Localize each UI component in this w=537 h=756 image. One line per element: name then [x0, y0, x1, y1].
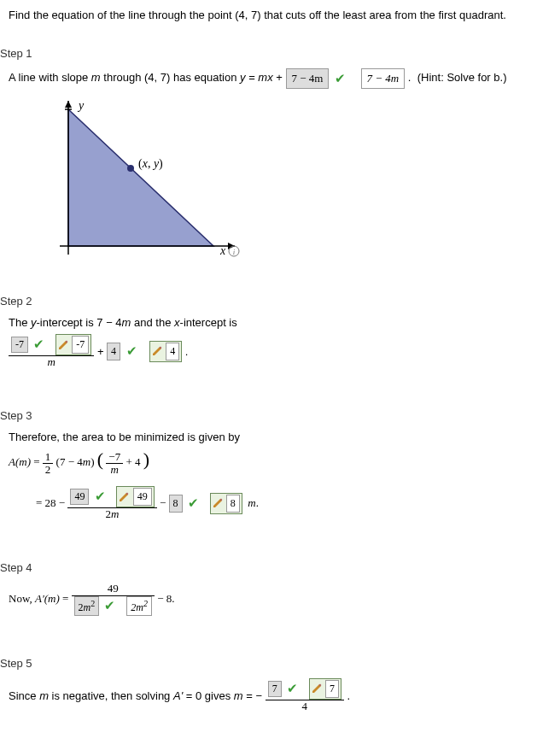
step1-mx: mx — [258, 71, 272, 84]
s2-plus: + — [97, 345, 107, 358]
s3-half-den: 2 — [43, 464, 54, 476]
s3-ansb-box[interactable]: 8 — [169, 495, 183, 513]
s5-num-rev: 7 — [309, 678, 341, 700]
s2-ans2-rev: 4 — [149, 341, 183, 362]
s2-period: . — [185, 345, 189, 358]
s2-ans1-box[interactable]: -7 — [11, 337, 28, 353]
svg-text:i: i — [233, 248, 236, 256]
s3-text: Therefore, the area to be minimized is g… — [9, 431, 528, 443]
s5-den: 4 — [266, 700, 344, 712]
s3-inner-den: m — [106, 464, 123, 476]
s2-b: -intercept is 7 − 4 — [37, 316, 122, 329]
step5-body: Since m is negative, then solving A' = 0… — [9, 678, 528, 712]
s3-half-num: 1 — [43, 451, 54, 464]
s3-ansa-rev-val: 49 — [133, 488, 152, 506]
svg-point-6 — [127, 165, 134, 172]
s5-ap: A' — [173, 689, 183, 702]
s2-m: m — [122, 316, 131, 329]
s5-c: = 0 gives — [183, 689, 234, 702]
s5-num-box[interactable]: 7 — [268, 681, 282, 697]
s5-period: . — [347, 689, 351, 702]
s3-ansb-rev-val: 8 — [226, 495, 240, 513]
question-text: Find the equation of the line through th… — [9, 9, 528, 21]
step1-plus: + — [273, 71, 286, 84]
s3-inner-num: −7 — [106, 451, 123, 464]
s2-ans1-rev-val: -7 — [72, 336, 89, 354]
s5-d: = − — [243, 689, 266, 702]
pencil-icon — [311, 683, 323, 694]
s3-am: A(m) — [9, 455, 31, 468]
s2-c: and the — [131, 316, 174, 329]
step1-graded-box: 7 − 4m — [361, 68, 406, 89]
s3-ansa-rev: 49 — [116, 486, 154, 507]
s4-apm: A'(m) — [35, 593, 60, 606]
point-label: (x, y) — [138, 157, 163, 171]
step1-answer-box[interactable]: 7 − 4m — [286, 68, 330, 89]
svg-marker-0 — [68, 109, 213, 246]
step3-label: Step 3 — [0, 409, 528, 422]
s3-line2eq: = 28 − — [36, 496, 67, 509]
check-icon: ✔ — [95, 489, 106, 503]
diagram-svg: y x (x, y) i — [51, 101, 248, 272]
s5-b: is negative, then solving — [49, 689, 173, 702]
s4-num: 49 — [72, 583, 155, 595]
s3-period: . — [256, 496, 259, 509]
question-content: Find the equation of the line through th… — [9, 9, 506, 21]
s5-m: m — [39, 689, 49, 702]
pencil-icon — [57, 339, 69, 351]
step1-answer: 7 − 4m — [292, 72, 324, 85]
check-icon: ✔ — [335, 71, 346, 85]
s2-ans2-box[interactable]: 4 — [107, 343, 120, 360]
triangle-diagram: y x (x, y) i — [51, 101, 528, 274]
s4-graded-box: 2m2 — [126, 596, 152, 616]
x-axis-label: x — [219, 244, 226, 257]
svg-marker-2 — [65, 101, 72, 108]
step1-mid: through (4, 7) has equation — [101, 71, 240, 84]
s3-inner-plus: + 4 — [125, 455, 140, 468]
s2-ans1-rev: -7 — [55, 334, 91, 355]
y-axis-label: y — [77, 101, 85, 112]
s2-den-m: m — [9, 356, 94, 368]
s3-m-suffix: m — [248, 496, 255, 509]
step1-label: Step 1 — [0, 47, 528, 60]
s4-minus8: − 8. — [157, 593, 174, 606]
step2-body: The y-intercept is 7 − 4m and the x-inte… — [9, 316, 528, 368]
check-icon: ✔ — [33, 337, 44, 351]
info-icon: i — [229, 246, 239, 256]
step1-pre: A line with slope — [9, 71, 91, 84]
s4-eq: = — [60, 593, 72, 606]
step1-body: A line with slope m through (4, 7) has e… — [9, 68, 528, 274]
s5-num-rev-val: 7 — [325, 680, 339, 698]
step1-m: m — [91, 71, 101, 84]
s4-den-box[interactable]: 2m2 — [74, 596, 100, 616]
check-icon: ✔ — [126, 343, 137, 358]
pencil-icon — [151, 345, 163, 357]
step2-label: Step 2 — [0, 295, 528, 308]
s5-m2: m — [234, 689, 243, 702]
s2-d: -intercept is — [180, 316, 237, 329]
s5-a: Since — [9, 689, 39, 702]
s2-a: The — [9, 316, 31, 329]
step4-body: Now, A'(m) = 49 2m2 ✔ 2m2 − 8. — [9, 583, 528, 615]
step1-dot: . — [408, 71, 412, 84]
pencil-icon — [212, 497, 224, 509]
check-icon: ✔ — [104, 599, 115, 612]
s3-ansb-rev: 8 — [210, 493, 242, 514]
s3-den-2m: 2m — [67, 508, 156, 520]
s4-now: Now, — [9, 593, 35, 606]
s3-minus: − — [160, 496, 169, 509]
s3-factor1: (7 − 4m) — [56, 455, 95, 468]
check-icon: ✔ — [188, 496, 199, 510]
check-icon: ✔ — [287, 682, 298, 695]
step3-body: Therefore, the area to be minimized is g… — [9, 431, 528, 520]
s3-ansa-box[interactable]: 49 — [70, 489, 89, 505]
step1-hint: (Hint: Solve for b.) — [417, 71, 507, 84]
s2-ans2-rev-val: 4 — [166, 343, 179, 360]
pencil-icon — [118, 491, 130, 503]
step1-eqmid: = — [246, 71, 259, 84]
step5-label: Step 5 — [0, 657, 528, 670]
s3-eq: = — [31, 455, 43, 468]
step4-label: Step 4 — [0, 561, 528, 574]
